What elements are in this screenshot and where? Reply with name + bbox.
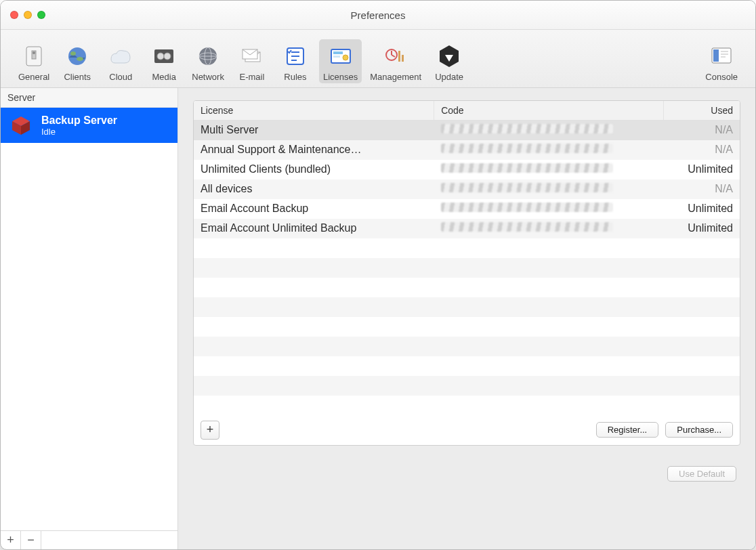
table-row-empty <box>194 297 740 317</box>
cell-used: N/A <box>663 140 740 160</box>
sidebar: Server Backup Server Idle + − <box>1 88 178 549</box>
svg-rect-32 <box>713 49 719 62</box>
table-row-empty <box>194 317 740 337</box>
table-row[interactable]: Unlimited Clients (bundled)Unlimited <box>194 160 740 179</box>
toolbar-label: Media <box>152 72 176 82</box>
toolbar-main-group: GeneralClientsCloudMediaNetworkE-mailRul… <box>14 39 469 83</box>
toolbar-label: Update <box>435 72 463 82</box>
cell-code <box>434 199 664 219</box>
preferences-window: Preferences GeneralClientsCloudMediaNetw… <box>0 0 756 550</box>
toolbar-item-media[interactable]: Media <box>144 39 184 83</box>
cloud-icon <box>105 42 136 70</box>
cell-license: All devices <box>194 179 434 199</box>
cell-used: Unlimited <box>663 199 740 219</box>
svg-point-25 <box>343 55 348 60</box>
table-row-empty <box>194 356 740 376</box>
license-panel: License Code Used Multi ServerN/AAnnual … <box>193 100 740 446</box>
svg-point-10 <box>157 53 164 60</box>
panel-bottom-bar: + Register... Purchase... <box>194 415 740 445</box>
purchase-button[interactable]: Purchase... <box>665 422 733 438</box>
main-footer: Use Default <box>193 446 740 488</box>
media-icon <box>148 42 180 70</box>
toolbar-item-rules[interactable]: Rules <box>276 39 315 83</box>
cell-license: Unlimited Clients (bundled) <box>194 160 434 179</box>
server-text: Backup Server Idle <box>41 114 117 137</box>
cell-license: Email Account Backup <box>194 199 434 219</box>
svg-point-11 <box>164 53 171 60</box>
window-title: Preferences <box>1 9 755 21</box>
toolbar-item-email[interactable]: E-mail <box>232 39 272 83</box>
toolbar-right-group: Console <box>701 39 742 83</box>
sidebar-footer: + − <box>1 530 177 549</box>
toolbar-item-licenses[interactable]: Licenses <box>319 39 362 83</box>
license-table-wrap: License Code Used Multi ServerN/AAnnual … <box>194 101 740 415</box>
toolbar-label: Cloud <box>109 72 132 82</box>
svg-rect-24 <box>333 56 340 58</box>
body: Server Backup Server Idle + − <box>1 88 755 549</box>
table-row[interactable]: Multi ServerN/A <box>194 121 740 140</box>
cell-used: Unlimited <box>663 219 740 238</box>
cell-license: Email Account Unlimited Backup <box>194 219 434 238</box>
toolbar-label: Rules <box>284 72 306 82</box>
sidebar-add-button[interactable]: + <box>1 531 21 549</box>
svg-rect-28 <box>402 55 404 62</box>
add-license-button[interactable]: + <box>201 421 219 440</box>
management-icon <box>380 42 411 70</box>
svg-point-5 <box>77 57 83 61</box>
titlebar: Preferences <box>1 1 755 30</box>
use-default-button[interactable]: Use Default <box>667 466 736 482</box>
svg-point-4 <box>70 51 76 56</box>
sidebar-fill <box>1 143 177 530</box>
cell-code <box>434 179 664 199</box>
table-row-empty <box>194 376 740 396</box>
toolbar-label: General <box>18 72 49 82</box>
cell-license: Multi Server <box>194 121 434 140</box>
cell-code <box>434 121 664 140</box>
toolbar-item-network[interactable]: Network <box>188 39 228 83</box>
toolbar-item-general[interactable]: General <box>14 39 54 83</box>
svg-point-2 <box>33 51 35 54</box>
server-status: Idle <box>41 127 117 137</box>
svg-rect-23 <box>333 51 343 54</box>
table-row-empty <box>194 238 740 258</box>
table-row[interactable]: Email Account BackupUnlimited <box>194 199 740 219</box>
server-name: Backup Server <box>41 114 117 127</box>
table-row-empty <box>194 396 740 415</box>
server-cube-icon <box>9 113 33 138</box>
cell-used: Unlimited <box>663 160 740 179</box>
cell-code <box>434 160 664 179</box>
col-used[interactable]: Used <box>663 101 740 121</box>
toolbar-label: Console <box>705 72 738 82</box>
col-code[interactable]: Code <box>434 101 664 121</box>
email-icon <box>236 42 268 70</box>
toolbar-item-clients[interactable]: Clients <box>58 39 97 83</box>
svg-rect-27 <box>398 51 400 62</box>
toolbar-item-console[interactable]: Console <box>701 39 742 83</box>
toolbar-label: E-mail <box>240 72 265 82</box>
col-license[interactable]: License <box>194 101 434 121</box>
cell-license: Annual Support & Maintenance… <box>194 140 434 160</box>
table-row-empty <box>194 278 740 297</box>
table-row[interactable]: All devicesN/A <box>194 179 740 199</box>
table-row[interactable]: Annual Support & Maintenance…N/A <box>194 140 740 160</box>
table-row[interactable]: Email Account Unlimited BackupUnlimited <box>194 219 740 238</box>
toolbar-label: Network <box>192 72 224 82</box>
toolbar-item-update[interactable]: Update <box>429 39 469 83</box>
main-area: License Code Used Multi ServerN/AAnnual … <box>178 88 755 549</box>
sidebar-item-server[interactable]: Backup Server Idle <box>1 108 177 143</box>
cell-code <box>434 140 664 160</box>
toolbar-label: Licenses <box>323 72 358 82</box>
toolbar: GeneralClientsCloudMediaNetworkE-mailRul… <box>1 30 755 88</box>
sidebar-heading: Server <box>1 88 177 108</box>
clients-icon <box>62 42 93 70</box>
sidebar-remove-button[interactable]: − <box>21 531 41 549</box>
toolbar-label: Management <box>370 72 421 82</box>
toolbar-item-cloud[interactable]: Cloud <box>101 39 140 83</box>
toolbar-item-management[interactable]: Management <box>366 39 425 83</box>
network-icon <box>192 42 224 70</box>
console-icon <box>706 42 737 70</box>
register-button[interactable]: Register... <box>596 422 659 438</box>
license-table: License Code Used Multi ServerN/AAnnual … <box>194 101 740 415</box>
rules-icon <box>280 42 311 70</box>
cell-used: N/A <box>663 179 740 199</box>
